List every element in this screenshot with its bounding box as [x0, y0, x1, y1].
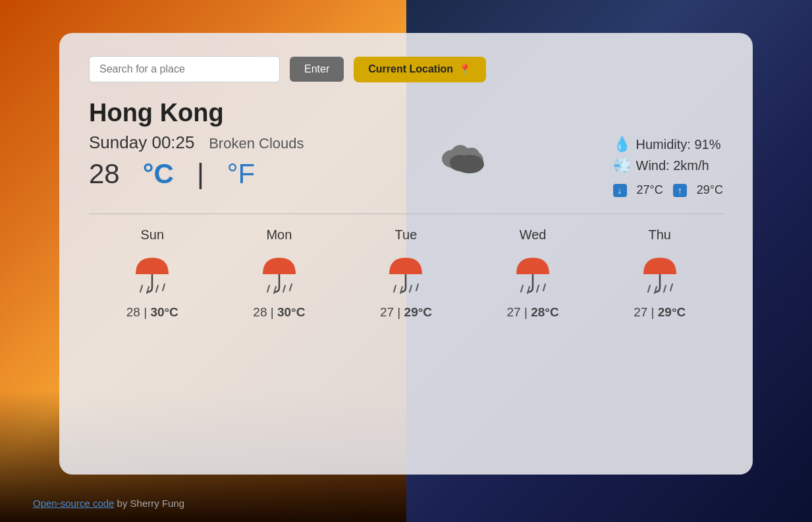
- search-input[interactable]: [89, 56, 280, 82]
- wind-label: Wind: 2km/h: [636, 158, 709, 173]
- svg-line-30: [670, 284, 672, 291]
- svg-line-20: [416, 284, 418, 291]
- open-source-link[interactable]: Open-source code: [33, 498, 114, 509]
- divider: [89, 214, 723, 214]
- svg-line-15: [290, 284, 292, 291]
- wind-row: 💨 Wind: 2km/h: [613, 157, 709, 174]
- forecast-temp-range: 28 | 30°C: [253, 305, 305, 320]
- weather-main: Sunday 00:25 Broken Clouds 28 °C | °F: [89, 132, 723, 197]
- forecast-temp-range: 28 | 30°C: [126, 305, 178, 320]
- forecast-row: Sun 28 | 30°CMon: [89, 227, 723, 320]
- svg-line-14: [283, 285, 285, 292]
- condition-label: Broken Clouds: [209, 135, 304, 152]
- forecast-high: 29°C: [404, 305, 432, 319]
- location-pin-icon: 📍: [458, 63, 472, 76]
- svg-line-19: [410, 285, 412, 292]
- forecast-day: Sun 28 | 30°C: [119, 227, 185, 320]
- rain-umbrella-svg: [637, 251, 683, 297]
- footer-text: by Sherry Fung: [114, 498, 184, 509]
- forecast-day: Tue 27 | 29°C: [373, 227, 439, 320]
- rain-icon-wrap: [635, 249, 684, 299]
- rain-icon-wrap: [254, 249, 304, 299]
- forecast-day: Mon 28 | 30°C: [246, 227, 312, 320]
- temp-row: 28 °C | °F: [89, 158, 304, 190]
- unit-fahrenheit[interactable]: °F: [227, 158, 255, 189]
- humidity-label: Humidity: 91%: [636, 137, 721, 152]
- rain-umbrella-svg: [129, 251, 175, 297]
- minmax-row: ↓ 27°C ↑ 29°C: [613, 183, 723, 197]
- datetime-row: Sunday 00:25 Broken Clouds: [89, 132, 304, 153]
- cloud-svg: [429, 139, 488, 179]
- forecast-high: 30°C: [150, 305, 178, 319]
- svg-line-12: [267, 285, 269, 292]
- forecast-high: 28°C: [531, 305, 558, 319]
- rain-umbrella-svg: [510, 251, 556, 297]
- weather-center: [429, 132, 488, 182]
- temp-separator: |: [197, 158, 204, 189]
- top-bar: Enter Current Location 📍: [89, 56, 723, 82]
- forecast-temp-range: 27 | 29°C: [380, 305, 432, 320]
- wind-icon: 💨: [613, 157, 631, 174]
- forecast-day-label: Sun: [141, 227, 165, 243]
- rain-icon-wrap: [128, 249, 177, 299]
- svg-line-7: [140, 285, 142, 292]
- svg-line-9: [156, 285, 158, 292]
- svg-point-5: [450, 155, 470, 171]
- time-label: 00:25: [151, 132, 194, 152]
- forecast-day-label: Thu: [648, 227, 670, 243]
- weather-card: Enter Current Location 📍 Hong Kong Sunda…: [59, 33, 753, 475]
- forecast-day-label: Wed: [520, 227, 547, 243]
- max-badge: ↑: [673, 184, 687, 197]
- svg-line-29: [664, 285, 666, 292]
- forecast-high: 29°C: [658, 305, 686, 319]
- svg-line-22: [521, 285, 523, 292]
- enter-button[interactable]: Enter: [290, 57, 344, 82]
- svg-line-25: [543, 284, 545, 291]
- rain-icon-wrap: [381, 249, 431, 299]
- max-temp: 29°C: [697, 183, 723, 197]
- min-temp: 27°C: [637, 183, 663, 197]
- temperature-value: 28: [89, 158, 120, 189]
- cloud-icon: [429, 139, 488, 182]
- svg-line-10: [163, 284, 165, 291]
- rain-umbrella-svg: [383, 251, 429, 297]
- svg-line-27: [648, 285, 650, 292]
- rain-umbrella-svg: [256, 251, 302, 297]
- forecast-day: Thu 27 | 29°C: [627, 227, 693, 320]
- forecast-temp-range: 27 | 28°C: [507, 305, 559, 320]
- current-location-button[interactable]: Current Location 📍: [354, 57, 486, 82]
- svg-line-24: [537, 285, 539, 292]
- location-button-label: Current Location: [368, 63, 453, 75]
- min-badge: ↓: [613, 184, 627, 197]
- rain-icon-wrap: [508, 249, 558, 299]
- weather-left: Sunday 00:25 Broken Clouds 28 °C | °F: [89, 132, 304, 190]
- forecast-day: Wed 27 | 28°C: [500, 227, 566, 320]
- humidity-icon: 💧: [613, 136, 631, 153]
- humidity-row: 💧 Humidity: 91%: [613, 136, 721, 153]
- day-label: Sunday: [89, 132, 147, 152]
- footer: Open-source code by Sherry Fung: [33, 498, 184, 509]
- forecast-day-label: Mon: [266, 227, 292, 243]
- forecast-high: 30°C: [277, 305, 305, 319]
- weather-right: 💧 Humidity: 91% 💨 Wind: 2km/h ↓ 27°C ↑ 2…: [613, 132, 723, 197]
- svg-line-17: [394, 285, 396, 292]
- forecast-temp-range: 27 | 29°C: [634, 305, 686, 320]
- forecast-day-label: Tue: [395, 227, 418, 243]
- unit-celsius[interactable]: °C: [143, 158, 174, 189]
- city-name: Hong Kong: [89, 99, 723, 127]
